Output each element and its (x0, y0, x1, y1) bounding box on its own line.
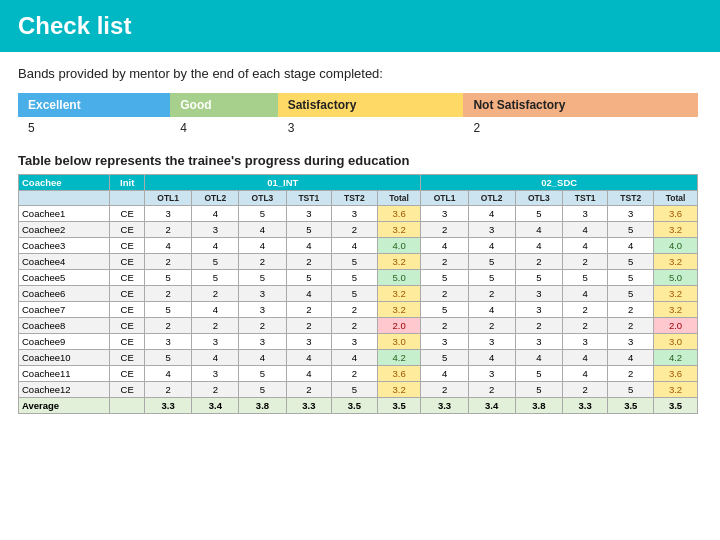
main-content: Bands provided by mentor by the end of e… (0, 52, 720, 428)
subh-tst1-1: TST1 (286, 191, 332, 206)
progress-title: Table below represents the trainee's pro… (18, 153, 702, 168)
col-coachee: Coachee (19, 175, 110, 191)
col-02sdc: 02_SDC (421, 175, 698, 191)
rating-excellent-header: Excellent (18, 93, 170, 117)
table-row: Coachee6CE223453.2223453.2 (19, 286, 698, 302)
rating-not-satisfactory-value: 2 (463, 117, 698, 139)
table-row: Coachee11CE435423.6435423.6 (19, 366, 698, 382)
subh-total-1: Total (377, 191, 421, 206)
subh-total-2: Total (654, 191, 698, 206)
table-row: Coachee2CE234523.2234453.2 (19, 222, 698, 238)
subh-tst2-1: TST2 (332, 191, 378, 206)
rating-satisfactory-header: Satisfactory (278, 93, 464, 117)
rating-table: Excellent Good Satisfactory Not Satisfac… (18, 93, 698, 139)
table-row: Coachee1CE345333.6345333.6 (19, 206, 698, 222)
rating-excellent-value: 5 (18, 117, 170, 139)
subtitle-text: Bands provided by mentor by the end of e… (18, 66, 702, 81)
rating-satisfactory-value: 3 (278, 117, 464, 139)
average-row: Average3.33.43.83.33.53.53.33.43.83.33.5… (19, 398, 698, 414)
page-title: Check list (18, 12, 131, 39)
table-row: Coachee5CE555555.0555555.0 (19, 270, 698, 286)
page-header: Check list (0, 0, 720, 52)
subh-otl2-2: OTL2 (468, 191, 515, 206)
subh-coachee (19, 191, 110, 206)
subh-init (110, 191, 145, 206)
subh-otl1-2: OTL1 (421, 191, 468, 206)
table-row: Coachee3CE444444.0444444.0 (19, 238, 698, 254)
rating-good-header: Good (170, 93, 277, 117)
table-row: Coachee8CE222222.0222222.0 (19, 318, 698, 334)
subh-tst2-2: TST2 (608, 191, 654, 206)
subh-tst1-2: TST1 (562, 191, 608, 206)
subh-otl1-1: OTL1 (145, 191, 192, 206)
table-row: Coachee7CE543223.2543223.2 (19, 302, 698, 318)
subh-otl2-1: OTL2 (192, 191, 239, 206)
col-init: Init (110, 175, 145, 191)
data-table: Coachee Init 01_INT 02_SDC OTL1 OTL2 OTL… (18, 174, 698, 414)
subh-otl3-2: OTL3 (515, 191, 562, 206)
table-row: Coachee12CE225253.2225253.2 (19, 382, 698, 398)
table-row: Coachee10CE544444.2544444.2 (19, 350, 698, 366)
col-01int: 01_INT (145, 175, 421, 191)
table-row: Coachee9CE333333.0333333.0 (19, 334, 698, 350)
table-row: Coachee4CE252253.2252253.2 (19, 254, 698, 270)
subh-otl3-1: OTL3 (239, 191, 286, 206)
rating-not-satisfactory-header: Not Satisfactory (463, 93, 698, 117)
rating-good-value: 4 (170, 117, 277, 139)
